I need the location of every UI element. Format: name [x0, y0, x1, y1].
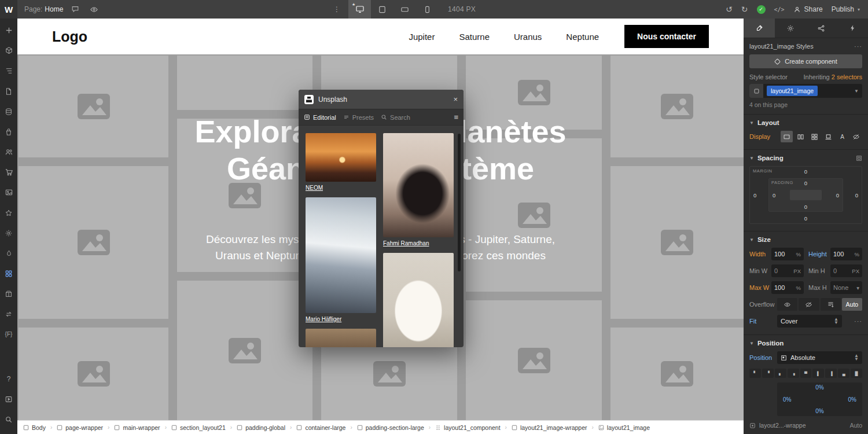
unsplash-search[interactable] [381, 114, 447, 121]
position-select[interactable]: Absolute ▲▼ [777, 351, 862, 364]
actions-tab-bolt-icon[interactable] [837, 19, 868, 38]
undo-icon[interactable]: ↺ [726, 5, 733, 14]
breadcrumb-item-layout21-component[interactable]: layout21_component [435, 424, 501, 431]
image-placeholder[interactable] [466, 300, 602, 420]
image-placeholder[interactable] [466, 56, 602, 130]
margin-bottom-value[interactable]: 0 [750, 215, 862, 222]
padding-control[interactable]: PADDING 0 0 0 0 [768, 178, 843, 212]
layout-section-header[interactable]: ▼ Layout [744, 115, 868, 131]
display-flex-icon[interactable] [795, 131, 807, 142]
more-options-icon[interactable]: ··· [854, 318, 862, 325]
close-icon[interactable]: × [453, 95, 458, 104]
assets-icon[interactable] [0, 182, 17, 203]
photo-credit-link[interactable]: Fahmi Ramadhan [383, 240, 454, 247]
margin-right-value[interactable]: 0 [855, 192, 858, 198]
site-navbar[interactable]: Logo Jupiter Saturne Uranus Neptune Nous… [17, 19, 744, 54]
image-placeholder[interactable] [177, 56, 312, 110]
tutorials-icon[interactable] [0, 389, 17, 409]
more-options-icon[interactable]: ··· [854, 43, 862, 50]
min-height-input[interactable]: 0PX [830, 264, 862, 277]
preview-eye-icon[interactable] [87, 3, 100, 16]
photo-thumbnail-partial[interactable] [306, 329, 376, 347]
inheritance-indicator[interactable]: Inheriting 2 selectors [803, 73, 862, 80]
display-grid-icon[interactable] [808, 131, 821, 142]
contact-cta-button[interactable]: Nous contacter [624, 25, 709, 48]
tab-presets[interactable]: Presets [343, 114, 374, 121]
preset-bottom-left-icon[interactable]: ▖ [775, 369, 786, 378]
finsweet-icon[interactable]: {F} [0, 324, 17, 344]
interactions-tab-nodes-icon[interactable] [806, 19, 837, 38]
tab-editorial[interactable]: Editorial [304, 114, 336, 121]
margin-left-value[interactable]: 0 [753, 192, 756, 198]
height-input[interactable]: 100% [830, 248, 862, 260]
breadcrumb-item-layout21-image[interactable]: layout21_image [598, 424, 650, 431]
position-top-value[interactable]: 0% [777, 384, 862, 391]
package-icon[interactable] [0, 284, 17, 304]
breadcrumb-item-layout21-image-wrapper[interactable]: layout21_image-wrapper [512, 424, 587, 431]
breakpoint-phone-portrait-button[interactable] [416, 0, 439, 19]
preset-full-icon[interactable]: █ [851, 369, 862, 378]
webflow-logo[interactable]: W [0, 0, 17, 19]
padding-bottom-value[interactable]: 0 [769, 204, 843, 210]
preset-bottom-right-icon[interactable]: ▗ [788, 369, 799, 378]
breakpoint-tablet-button[interactable] [371, 0, 393, 19]
export-code-icon[interactable]: </> [774, 6, 785, 13]
size-section-header[interactable]: ▼ Size [744, 231, 868, 248]
photo-thumbnail-portrait[interactable] [383, 133, 454, 237]
nav-link-saturne[interactable]: Saturne [459, 32, 490, 42]
relative-to-row[interactable]: layout2...-wrappe Auto [749, 422, 862, 429]
site-logo[interactable]: Logo [52, 28, 87, 45]
paint-icon[interactable] [0, 243, 17, 263]
padding-left-value[interactable]: 0 [773, 192, 775, 198]
style-tab-brush-icon[interactable] [744, 19, 775, 38]
breadcrumb-item-container-large[interactable]: container-large [296, 424, 345, 431]
image-placeholder[interactable] [19, 328, 168, 420]
scrollbar-thumb[interactable] [458, 134, 461, 271]
redo-icon[interactable]: ↻ [741, 5, 748, 14]
ecommerce-icon[interactable] [0, 122, 17, 142]
max-height-input[interactable]: None▾ [830, 281, 862, 294]
breadcrumb-item-main-wrapper[interactable]: main-wrapper [114, 424, 160, 431]
cart-icon[interactable] [0, 162, 17, 182]
nav-link-uranus[interactable]: Uranus [514, 32, 542, 42]
image-placeholder[interactable] [19, 166, 168, 319]
min-width-input[interactable]: 0PX [771, 264, 804, 277]
margin-top-value[interactable]: 0 [750, 168, 862, 175]
overflow-hidden-eye-off-icon[interactable] [799, 298, 819, 311]
breadcrumb-item-padding-global[interactable]: padding-global [237, 424, 285, 431]
favorites-star-icon[interactable] [0, 203, 17, 223]
add-element-icon[interactable] [0, 20, 17, 41]
position-bottom-value[interactable]: 0% [777, 408, 862, 414]
image-placeholder[interactable] [177, 119, 312, 272]
breadcrumb-item-section-layout21[interactable]: section_layout21 [171, 424, 226, 431]
display-inline-block-icon[interactable] [822, 131, 834, 142]
nav-link-jupiter[interactable]: Jupiter [409, 32, 435, 42]
unsplash-search-input[interactable] [390, 114, 424, 121]
preset-right-icon[interactable]: ▐ [825, 369, 837, 378]
comments-icon[interactable] [69, 3, 82, 16]
preset-top-left-icon[interactable]: ▘ [749, 369, 761, 378]
users-icon[interactable] [0, 142, 17, 162]
breakpoint-phone-landscape-button[interactable] [393, 0, 416, 19]
image-placeholder[interactable] [177, 281, 312, 420]
preset-top-icon[interactable]: ▀ [800, 369, 812, 378]
image-placeholder[interactable] [19, 56, 168, 157]
image-placeholder[interactable] [610, 328, 744, 420]
image-placeholder[interactable] [610, 56, 744, 157]
spacing-section-header[interactable]: ▼ Spacing [744, 150, 868, 166]
display-inline-icon[interactable]: A [836, 131, 848, 142]
padding-right-value[interactable]: 0 [836, 192, 839, 198]
photo-credit-link[interactable]: Mario Häfliger [306, 316, 376, 322]
chevron-down-icon[interactable]: ▼ [854, 89, 859, 94]
page-name[interactable]: Home [45, 5, 63, 13]
create-component-button[interactable]: Create component [749, 54, 862, 68]
display-none-icon[interactable] [850, 131, 862, 142]
fit-select[interactable]: Cover ▲▼ [777, 315, 842, 328]
canvas-width-readout[interactable]: 1404 PX [448, 5, 476, 13]
preset-bottom-icon[interactable]: ▄ [838, 369, 849, 378]
breadcrumb-item-padding-section-large[interactable]: padding-section-large [357, 424, 424, 431]
hamburger-menu-icon[interactable]: ≡ [454, 113, 458, 122]
publish-button[interactable]: Publish ▾ [832, 5, 860, 13]
padding-top-value[interactable]: 0 [769, 180, 843, 186]
photo-credit-link[interactable]: NEOM [306, 185, 376, 191]
